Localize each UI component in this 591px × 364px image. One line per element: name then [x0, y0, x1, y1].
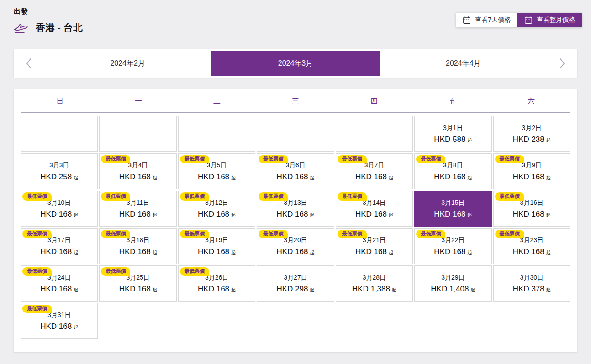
lowest-fare-badge: 最低票價 — [101, 267, 130, 276]
lowest-fare-badge: 最低票價 — [101, 192, 130, 201]
calendar-day-cell[interactable]: 最低票價3月25日HKD 168起 — [99, 265, 176, 302]
calendar-day-cell[interactable]: 3月28日HKD 1,388起 — [336, 265, 413, 302]
lowest-fare-badge: 最低票價 — [180, 267, 209, 276]
tab-prev-month[interactable]: 2024年2月 — [44, 49, 211, 78]
calendar-empty-cell — [257, 116, 334, 152]
price-from-suffix: 起 — [231, 250, 236, 256]
plane-takeoff-icon — [14, 22, 29, 34]
day-price-label: HKD 378 — [513, 285, 544, 294]
price-from-suffix: 起 — [546, 175, 551, 181]
tab-current-month[interactable]: 2024年3月 — [211, 51, 379, 76]
lowest-fare-badge: 最低票價 — [338, 155, 367, 163]
day-price-label: HKD 168 — [40, 247, 72, 256]
calendar-day-cell[interactable]: 3月27日HKD 298起 — [257, 265, 334, 302]
calendar-day-cell[interactable]: 最低票價3月31日HKD 168起 — [21, 303, 98, 339]
calendar-day-cell[interactable]: 最低票價3月14日HKD 168起 — [336, 191, 413, 227]
weekday-header: 三 — [256, 97, 335, 106]
price-from-suffix: 起 — [74, 324, 78, 331]
calendar-day-cell[interactable]: 最低票價3月9日HKD 168起 — [493, 153, 570, 189]
calendar-day-cell[interactable]: 3月15日HKD 168起 — [414, 191, 491, 227]
tab-next-month[interactable]: 2024年4月 — [380, 49, 547, 78]
calendar-day-cell[interactable]: 最低票價3月26日HKD 168起 — [178, 265, 255, 302]
price-from-suffix: 起 — [389, 175, 393, 181]
price-from-suffix: 起 — [74, 212, 78, 218]
view-month-label: 查看整月價格 — [537, 16, 575, 24]
day-price-label: HKD 168 — [119, 210, 151, 219]
day-price-label: HKD 168 — [513, 210, 544, 219]
day-date-label: 3月29日 — [441, 274, 464, 282]
lowest-fare-badge: 最低票價 — [22, 230, 52, 238]
day-price-label: HKD 168 — [355, 172, 387, 182]
lowest-fare-badge: 最低票價 — [101, 155, 130, 163]
view-month-button[interactable]: 查看整月價格 — [517, 13, 582, 27]
day-date-label: 3月7日 — [364, 161, 385, 170]
lowest-fare-badge: 最低票價 — [416, 155, 445, 163]
calendar-day-cell[interactable]: 最低票價3月11日HKD 168起 — [99, 191, 176, 227]
calendar-day-cell[interactable]: 3月30日HKD 378起 — [493, 265, 570, 302]
day-date-label: 3月28日 — [363, 274, 386, 282]
day-price-label: HKD 168 — [198, 247, 229, 256]
price-from-suffix: 起 — [310, 287, 314, 293]
view-7day-label: 查看7天價格 — [475, 16, 511, 24]
price-from-suffix: 起 — [392, 287, 396, 293]
lowest-fare-badge: 最低票價 — [259, 155, 288, 163]
calendar-day-cell[interactable]: 最低票價3月16日HKD 168起 — [493, 191, 570, 227]
calendar-day-cell[interactable]: 最低票價3月5日HKD 168起 — [178, 153, 255, 189]
price-from-suffix: 起 — [74, 250, 78, 256]
day-price-label: HKD 168 — [198, 210, 229, 219]
price-from-suffix: 起 — [153, 212, 157, 218]
price-from-suffix: 起 — [470, 287, 475, 293]
calendar-empty-cell — [336, 116, 413, 152]
calendar-day-cell[interactable]: 最低票價3月17日HKD 168起 — [21, 228, 98, 264]
calendar-day-cell[interactable]: 最低票價3月6日HKD 168起 — [257, 153, 334, 189]
view-7day-button[interactable]: 查看7天價格 — [456, 13, 517, 27]
calendar-day-cell[interactable]: 最低票價3月22日HKD 168起 — [414, 228, 491, 264]
calendar-day-cell[interactable]: 3月29日HKD 1,408起 — [414, 265, 491, 302]
day-price-label: HKD 168 — [513, 247, 544, 256]
price-from-suffix: 起 — [153, 287, 157, 293]
calendar-day-cell[interactable]: 最低票價3月8日HKD 168起 — [414, 153, 491, 189]
day-date-label: 3月4日 — [128, 161, 148, 170]
price-from-suffix: 起 — [310, 250, 314, 256]
calendar-day-cell[interactable]: 最低票價3月12日HKD 168起 — [178, 191, 255, 227]
day-price-label: HKD 258 — [40, 172, 72, 182]
calendar-day-cell[interactable]: 3月3日HKD 258起 — [21, 153, 98, 189]
calendar-day-cell[interactable]: 最低票價3月19日HKD 168起 — [178, 228, 255, 264]
calendar-grid: 3月1日HKD 588起3月2日HKD 238起3月3日HKD 258起最低票價… — [21, 116, 570, 339]
calendar-day-cell[interactable]: 最低票價3月18日HKD 168起 — [99, 228, 176, 264]
calendar-day-cell[interactable]: 最低票價3月4日HKD 168起 — [99, 153, 176, 189]
next-month-chevron[interactable] — [547, 49, 577, 78]
price-from-suffix: 起 — [310, 175, 314, 181]
lowest-fare-badge: 最低票價 — [338, 230, 367, 238]
day-date-label: 3月8日 — [443, 161, 463, 170]
price-from-suffix: 起 — [467, 212, 472, 218]
lowest-fare-badge: 最低票價 — [495, 230, 524, 238]
day-price-label: HKD 298 — [277, 285, 308, 294]
calendar-day-cell[interactable]: 最低票價3月20日HKD 168起 — [257, 228, 334, 264]
calendar-day-cell[interactable]: 最低票價3月13日HKD 168起 — [257, 191, 334, 227]
day-price-label: HKD 168 — [198, 172, 229, 182]
calendar-day-cell[interactable]: 3月2日HKD 238起 — [493, 116, 570, 152]
price-from-suffix: 起 — [74, 175, 78, 181]
route-title: 香港 - 台北 — [36, 21, 83, 34]
lowest-fare-badge: 最低票價 — [22, 192, 52, 201]
calendar-day-cell[interactable]: 最低票價3月7日HKD 168起 — [336, 153, 413, 189]
calendar-day-cell[interactable]: 最低票價3月10日HKD 168起 — [21, 191, 98, 227]
calendar-day-cell[interactable]: 最低票價3月21日HKD 168起 — [336, 228, 413, 264]
weekday-header: 五 — [413, 97, 492, 106]
calendar-day-cell[interactable]: 最低票價3月23日HKD 168起 — [493, 228, 570, 264]
day-date-label: 3月1日 — [443, 124, 463, 132]
prev-month-chevron[interactable] — [14, 49, 44, 78]
weekday-header: 六 — [492, 97, 570, 106]
day-date-label: 3月27日 — [284, 274, 307, 282]
calendar-day-cell[interactable]: 3月1日HKD 588起 — [414, 116, 491, 152]
depart-label: 出發 — [14, 7, 83, 16]
price-from-suffix: 起 — [74, 287, 78, 293]
day-date-label: 3月3日 — [49, 161, 69, 170]
lowest-fare-badge: 最低票價 — [180, 192, 209, 201]
weekday-header: 日 — [21, 97, 99, 106]
view-toggle: 查看7天價格 查看整月價格 — [456, 13, 582, 27]
calendar-day-cell[interactable]: 最低票價3月24日HKD 168起 — [21, 265, 98, 302]
day-price-label: HKD 168 — [434, 172, 465, 182]
day-price-label: HKD 168 — [119, 172, 151, 182]
